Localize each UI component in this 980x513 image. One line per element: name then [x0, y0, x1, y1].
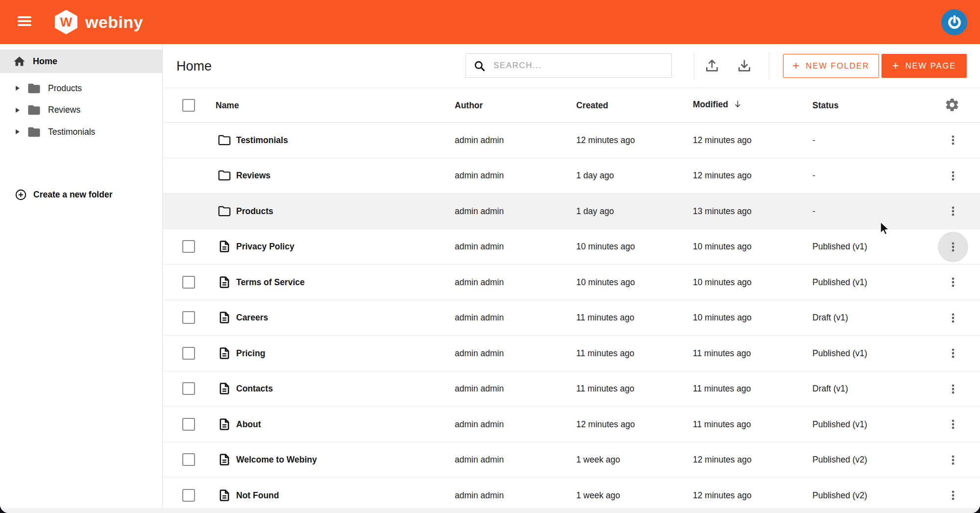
row-created: 10 minutes ago	[576, 242, 635, 252]
row-checkbox[interactable]	[182, 311, 195, 324]
row-checkbox[interactable]	[182, 382, 195, 395]
row-actions-button[interactable]	[938, 480, 968, 511]
table-row[interactable]: About admin admin 12 minutes ago 11 minu…	[163, 407, 980, 442]
row-actions-button[interactable]	[938, 338, 968, 368]
row-actions-button[interactable]	[938, 445, 968, 475]
page-document-icon	[218, 311, 231, 324]
row-name[interactable]: Pricing	[236, 348, 265, 358]
plus-icon: +	[792, 59, 799, 73]
caret-right-icon[interactable]	[16, 108, 20, 113]
row-actions-button[interactable]	[938, 161, 968, 191]
new-folder-button[interactable]: + NEW FOLDER	[783, 54, 879, 78]
row-name[interactable]: Welcome to Webiny	[236, 455, 317, 465]
folder-filled-icon	[27, 103, 41, 117]
row-created: 12 minutes ago	[576, 419, 635, 429]
table-row[interactable]: Testimonials admin admin 12 minutes ago …	[163, 122, 980, 158]
row-name[interactable]: Careers	[236, 313, 268, 323]
plus-icon: +	[892, 59, 899, 73]
circle-plus-icon	[15, 189, 27, 201]
row-status: Draft (v1)	[812, 313, 848, 323]
row-author: admin admin	[455, 384, 504, 394]
column-header-created[interactable]: Created	[576, 100, 608, 110]
webiny-logo-hexagon-icon: W	[55, 10, 77, 34]
export-download-button[interactable]	[733, 54, 756, 77]
row-actions-button[interactable]	[938, 267, 968, 297]
sidebar-item-home[interactable]: Home	[0, 49, 162, 73]
sidebar-folder-label: Products	[48, 83, 82, 94]
sidebar-home-label: Home	[33, 56, 57, 67]
menu-icon[interactable]	[18, 16, 31, 28]
folder-outline-icon	[218, 204, 231, 218]
row-actions-button[interactable]	[938, 232, 968, 262]
create-new-folder-button[interactable]: Create a new folder	[0, 184, 162, 205]
table-row[interactable]: Terms of Service admin admin 10 minutes …	[163, 265, 980, 300]
webiny-wordmark: webiny	[85, 13, 143, 32]
row-modified: 12 minutes ago	[693, 171, 752, 181]
row-name[interactable]: Reviews	[236, 171, 270, 181]
page-document-icon	[218, 240, 231, 253]
page-document-icon	[218, 417, 231, 431]
toolbar-divider	[694, 52, 694, 79]
table-row[interactable]: Pricing admin admin 11 minutes ago 11 mi…	[163, 336, 980, 371]
row-status: Draft (v1)	[812, 384, 848, 394]
row-actions-button[interactable]	[938, 125, 968, 155]
row-modified: 12 minutes ago	[693, 490, 752, 500]
row-checkbox[interactable]	[182, 276, 195, 289]
app-window: W webiny Home Products	[0, 0, 980, 513]
column-header-modified[interactable]: Modified	[693, 99, 742, 111]
row-created: 11 minutes ago	[576, 348, 634, 358]
row-name[interactable]: Privacy Policy	[236, 242, 294, 252]
column-header-author[interactable]: Author	[455, 100, 483, 110]
row-checkbox[interactable]	[182, 240, 195, 253]
import-upload-button[interactable]	[701, 54, 723, 77]
search-input[interactable]	[466, 54, 671, 77]
page-document-icon	[218, 489, 231, 502]
table-row[interactable]: Reviews admin admin 1 day ago 12 minutes…	[163, 158, 980, 194]
row-actions-button[interactable]	[938, 196, 968, 226]
kebab-menu-icon	[947, 241, 959, 253]
row-created: 1 week ago	[576, 455, 620, 465]
caret-right-icon[interactable]	[16, 129, 20, 134]
kebab-menu-icon	[947, 383, 959, 395]
main-content: Home	[163, 44, 980, 513]
row-author: admin admin	[455, 171, 504, 181]
row-checkbox[interactable]	[182, 347, 195, 360]
row-actions-button[interactable]	[938, 374, 968, 404]
row-modified: 12 minutes ago	[693, 455, 752, 465]
row-modified: 11 minutes ago	[693, 419, 751, 429]
row-actions-button[interactable]	[938, 303, 968, 333]
new-page-button[interactable]: + NEW PAGE	[882, 54, 967, 78]
table-row[interactable]: Careers admin admin 11 minutes ago 10 mi…	[163, 300, 980, 336]
sidebar-folder-item[interactable]: Reviews	[0, 99, 162, 122]
row-name[interactable]: Testimonials	[236, 135, 288, 145]
table-row[interactable]: Welcome to Webiny admin admin 1 week ago…	[163, 442, 980, 478]
table-row[interactable]: Privacy Policy admin admin 10 minutes ag…	[163, 229, 980, 265]
row-checkbox[interactable]	[182, 489, 195, 502]
table-row[interactable]: Products admin admin 1 day ago 13 minute…	[163, 194, 980, 229]
row-actions-button[interactable]	[938, 409, 968, 440]
sidebar-folder-item[interactable]: Products	[0, 77, 162, 99]
table-body: Testimonials admin admin 12 minutes ago …	[163, 122, 980, 513]
kebab-menu-icon	[947, 312, 959, 324]
column-header-status[interactable]: Status	[812, 100, 838, 110]
user-avatar[interactable]	[941, 9, 967, 35]
row-checkbox[interactable]	[182, 453, 195, 466]
page-document-icon	[218, 275, 231, 289]
row-checkbox[interactable]	[182, 418, 195, 431]
row-author: admin admin	[455, 348, 504, 358]
select-all-checkbox[interactable]	[182, 99, 195, 112]
caret-right-icon[interactable]	[16, 86, 20, 91]
column-header-name[interactable]: Name	[216, 100, 239, 110]
row-name[interactable]: Terms of Service	[236, 277, 305, 287]
top-app-bar: W webiny	[0, 0, 980, 44]
row-name[interactable]: About	[236, 419, 261, 429]
folder-outline-icon	[218, 133, 231, 147]
row-name[interactable]: Products	[236, 206, 273, 216]
webiny-logo: W webiny	[55, 10, 143, 34]
table-settings-button[interactable]	[944, 97, 960, 114]
row-name[interactable]: Not Found	[236, 490, 279, 500]
row-name[interactable]: Contacts	[236, 384, 273, 394]
table-row[interactable]: Contacts admin admin 11 minutes ago 11 m…	[163, 371, 980, 407]
home-icon	[13, 55, 26, 68]
sidebar-folder-item[interactable]: Testimonials	[0, 121, 162, 143]
